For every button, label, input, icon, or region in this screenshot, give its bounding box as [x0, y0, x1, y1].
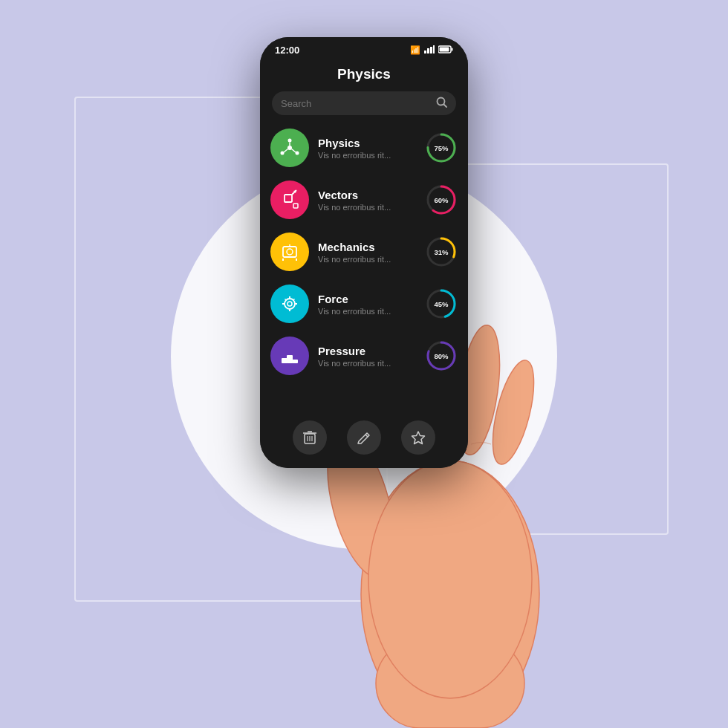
phone-wrapper: 12:00 📶 Physics	[260, 37, 468, 468]
course-item-mechanics[interactable]: Mechanics Vis no erroribus rit... 31%	[270, 230, 458, 274]
course-name-vectors: Vectors	[318, 189, 416, 201]
course-name-force: Force	[318, 293, 416, 305]
bottom-nav	[260, 412, 468, 468]
course-desc-force: Vis no erroribus rit...	[318, 307, 416, 316]
progress-label-vectors: 60%	[434, 196, 448, 204]
status-bar: 12:00 📶	[260, 37, 468, 60]
search-icon[interactable]	[436, 97, 447, 110]
course-icon-pressure	[270, 337, 309, 375]
svg-rect-13	[452, 48, 453, 51]
progress-circle-force: 45%	[425, 287, 458, 320]
svg-line-16	[444, 105, 447, 108]
svg-line-60	[365, 435, 368, 437]
svg-rect-32	[283, 247, 296, 257]
course-info-vectors: Vectors Vis no erroribus rit...	[318, 189, 416, 212]
svg-marker-61	[412, 432, 425, 444]
svg-line-23	[292, 149, 296, 153]
progress-circle-pressure: 80%	[425, 339, 458, 372]
signal-icon	[424, 45, 435, 55]
svg-rect-29	[293, 204, 298, 208]
progress-label-force: 45%	[434, 300, 448, 308]
svg-rect-11	[433, 45, 435, 53]
search-container	[260, 91, 468, 126]
phone-screen: 12:00 📶 Physics	[260, 37, 468, 468]
progress-label-pressure: 80%	[434, 352, 448, 360]
course-item-force[interactable]: Force Vis no erroribus rit... 45%	[270, 282, 458, 326]
course-icon-mechanics	[270, 233, 309, 271]
progress-circle-physics: 75%	[425, 131, 458, 164]
course-name-physics: Physics	[318, 137, 416, 149]
status-time: 12:00	[275, 45, 299, 56]
svg-rect-8	[424, 51, 426, 53]
app-header: Physics	[260, 60, 468, 91]
progress-circle-vectors: 60%	[425, 183, 458, 216]
course-desc-vectors: Vis no erroribus rit...	[318, 203, 416, 212]
svg-point-18	[288, 139, 292, 143]
course-icon-force	[270, 285, 309, 323]
delete-button[interactable]	[293, 420, 327, 455]
svg-line-22	[284, 149, 288, 153]
course-desc-physics: Vis no erroribus rit...	[318, 151, 416, 160]
progress-label-mechanics: 31%	[434, 248, 448, 256]
svg-rect-26	[285, 195, 292, 202]
app-title: Physics	[337, 66, 391, 82]
course-item-vectors[interactable]: Vectors Vis no erroribus rit... 60%	[270, 178, 458, 222]
course-icon-vectors	[270, 181, 309, 219]
wifi-icon: 📶	[410, 45, 420, 55]
progress-circle-mechanics: 31%	[425, 235, 458, 268]
course-info-pressure: Pressure Vis no erroribus rit...	[318, 345, 416, 368]
course-name-pressure: Pressure	[318, 345, 416, 357]
svg-rect-9	[427, 48, 429, 53]
course-name-mechanics: Mechanics	[318, 241, 416, 253]
course-info-physics: Physics Vis no erroribus rit...	[318, 137, 416, 160]
course-desc-pressure: Vis no erroribus rit...	[318, 359, 416, 368]
course-info-force: Force Vis no erroribus rit...	[318, 293, 416, 316]
course-list: Physics Vis no erroribus rit... 75% Vect…	[260, 126, 468, 412]
star-button[interactable]	[401, 420, 435, 455]
svg-rect-10	[430, 47, 432, 53]
edit-button[interactable]	[347, 420, 381, 455]
svg-point-40	[287, 302, 292, 306]
status-icons: 📶	[410, 45, 453, 55]
course-item-pressure[interactable]: Pressure Vis no erroribus rit... 80%	[270, 334, 458, 378]
svg-rect-50	[287, 355, 293, 363]
course-info-mechanics: Mechanics Vis no erroribus rit...	[318, 241, 416, 264]
progress-label-physics: 75%	[434, 144, 448, 152]
svg-point-7	[368, 461, 532, 698]
svg-rect-14	[440, 48, 449, 52]
svg-rect-51	[292, 360, 298, 363]
battery-icon	[438, 45, 453, 55]
svg-rect-49	[282, 358, 287, 363]
search-bar[interactable]	[272, 91, 456, 115]
search-input[interactable]	[281, 98, 430, 109]
course-desc-mechanics: Vis no erroribus rit...	[318, 255, 416, 264]
course-icon-physics	[270, 129, 309, 167]
course-item-physics[interactable]: Physics Vis no erroribus rit... 75%	[270, 126, 458, 170]
svg-point-33	[287, 249, 293, 255]
